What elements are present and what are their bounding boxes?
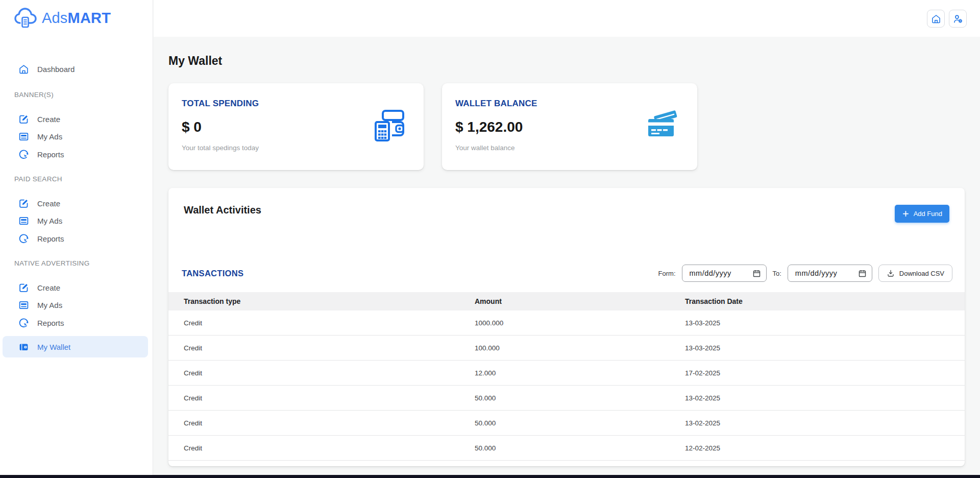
cell-amount: 100.000: [475, 344, 685, 352]
sidebar-item-label: My Ads: [37, 217, 62, 225]
sidebar-item-dashboard[interactable]: Dashboard: [0, 60, 153, 78]
calculator-wallet-icon: [373, 109, 406, 142]
bottom-bar: [0, 475, 980, 478]
edit-icon: [18, 282, 29, 293]
to-label: To:: [773, 270, 781, 277]
column-header-transaction-type: Transaction type: [168, 297, 475, 305]
wallet-icon: [18, 342, 29, 352]
sidebar-item-label: My Ads: [37, 301, 62, 309]
cell-amount: 12.000: [475, 369, 685, 377]
sidebar-item-label: My Ads: [37, 132, 62, 141]
ads-icon: [18, 131, 29, 142]
sidebar-item-label: Dashboard: [37, 65, 75, 74]
home-icon: [18, 64, 29, 75]
total-spending-card: TOTAL SPENDING $ 0 Your total spedings t…: [168, 83, 424, 170]
home-button[interactable]: [927, 10, 945, 28]
panel-title: Wallet Activities: [184, 204, 261, 216]
cell-transaction-type: Credit: [168, 444, 475, 452]
table-row[interactable]: Credit 50.000 12-02-2025: [168, 436, 965, 461]
sidebar-section-banners: BANNER(S): [14, 89, 54, 100]
sidebar-item-my-wallet[interactable]: My Wallet: [3, 336, 148, 357]
app-logo[interactable]: AdsMART: [13, 6, 111, 30]
download-csv-label: Download CSV: [899, 270, 944, 277]
card-caption: Your wallet balance: [455, 144, 682, 152]
calendar-icon[interactable]: [752, 269, 761, 278]
cloud-logo-icon: [13, 6, 38, 30]
cell-amount: 50.000: [475, 444, 685, 452]
home-icon: [931, 14, 941, 24]
topbar: [154, 0, 980, 37]
calendar-icon[interactable]: [858, 269, 867, 278]
sidebar-item-label: Reports: [37, 319, 64, 327]
sidebar-item-label: Reports: [37, 234, 64, 243]
reports-icon: [18, 149, 29, 160]
sidebar-item-banners-create[interactable]: Create: [0, 110, 153, 128]
sidebar-item-paid-search-my-ads[interactable]: My Ads: [0, 212, 153, 229]
from-label: Form:: [658, 270, 676, 277]
sidebar-item-paid-search-reports[interactable]: Reports: [0, 230, 153, 247]
reports-icon: [18, 233, 29, 244]
from-date-input[interactable]: mm/dd/yyyy: [682, 265, 767, 282]
ads-icon: [18, 216, 29, 226]
table-row[interactable]: Credit 100.000 13-03-2025: [168, 336, 965, 361]
sidebar-item-label: Create: [37, 115, 60, 124]
sidebar: AdsMART Dashboard BANNER(S) Create My Ad…: [0, 0, 153, 478]
cell-amount: 50.000: [475, 419, 685, 427]
cell-transaction-type: Credit: [168, 369, 475, 377]
account-settings-button[interactable]: [949, 10, 967, 28]
date-placeholder: mm/dd/yyyy: [795, 269, 854, 277]
cell-transaction-date: 13-02-2025: [685, 394, 965, 402]
sidebar-item-paid-search-create[interactable]: Create: [0, 195, 153, 212]
reports-icon: [18, 318, 29, 328]
page-title: My Wallet: [168, 54, 222, 68]
table-row[interactable]: Credit 50.000 13-02-2025: [168, 386, 965, 411]
cell-transaction-date: 13-03-2025: [685, 319, 965, 327]
edit-icon: [18, 114, 29, 125]
transactions-title: TANSACTIONS: [182, 269, 243, 278]
column-header-amount: Amount: [475, 297, 685, 305]
table-row[interactable]: Credit 12.000 17-02-2025: [168, 361, 965, 386]
cell-amount: 50.000: [475, 394, 685, 402]
sidebar-item-label: Create: [37, 283, 60, 292]
cell-transaction-date: 12-02-2025: [685, 444, 965, 452]
download-icon: [887, 269, 895, 277]
cell-transaction-type: Credit: [168, 319, 475, 327]
sidebar-section-native-advertising: NATIVE ADVERTISING: [14, 258, 89, 268]
table-row[interactable]: Credit 1000.000 13-03-2025: [168, 310, 965, 336]
sidebar-item-native-my-ads[interactable]: My Ads: [0, 296, 153, 314]
cell-transaction-type: Credit: [168, 394, 475, 402]
plus-icon: [902, 210, 910, 218]
sidebar-item-native-create[interactable]: Create: [0, 279, 153, 296]
date-placeholder: mm/dd/yyyy: [690, 269, 748, 277]
card-title: TOTAL SPENDING: [182, 99, 408, 109]
column-header-transaction-date: Transaction Date: [685, 297, 965, 305]
cell-transaction-date: 17-02-2025: [685, 369, 965, 377]
sidebar-item-banners-reports[interactable]: Reports: [0, 146, 153, 163]
sidebar-item-label: Reports: [37, 150, 64, 159]
table-row[interactable]: Credit 50.000 13-02-2025: [168, 411, 965, 436]
credit-card-icon: [646, 109, 680, 142]
transactions-toolbar: Form: mm/dd/yyyy To: mm/dd/yyyy Download…: [658, 265, 952, 282]
cell-transaction-type: Credit: [168, 344, 475, 352]
wallet-activities-panel: Wallet Activities Add Fund TANSACTIONS F…: [168, 188, 965, 466]
edit-icon: [18, 198, 29, 209]
sidebar-item-banners-my-ads[interactable]: My Ads: [0, 128, 153, 145]
add-fund-button[interactable]: Add Fund: [895, 205, 949, 223]
cell-amount: 1000.000: [475, 319, 685, 327]
user-gear-icon: [953, 14, 963, 24]
transactions-table: Transaction type Amount Transaction Date…: [168, 292, 965, 461]
cell-transaction-date: 13-03-2025: [685, 344, 965, 352]
sidebar-item-label: Create: [37, 199, 60, 208]
sidebar-item-label: My Wallet: [37, 343, 70, 351]
download-csv-button[interactable]: Download CSV: [878, 265, 952, 282]
sidebar-section-paid-search: PAID SEARCH: [14, 174, 62, 184]
add-fund-label: Add Fund: [914, 210, 942, 218]
table-header-row: Transaction type Amount Transaction Date: [168, 292, 965, 310]
sidebar-item-native-reports[interactable]: Reports: [0, 314, 153, 331]
to-date-input[interactable]: mm/dd/yyyy: [788, 265, 872, 282]
wallet-balance-card: WALLET BALANCE $ 1,262.00 Your wallet ba…: [442, 83, 697, 170]
cell-transaction-type: Credit: [168, 419, 475, 427]
brand-name: AdsMART: [42, 10, 111, 27]
card-caption: Your total spedings today: [182, 144, 408, 152]
ads-icon: [18, 300, 29, 310]
